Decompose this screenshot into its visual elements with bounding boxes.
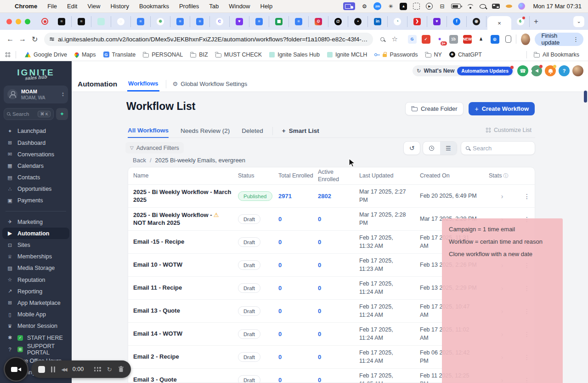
sidebar-item-conversations[interactable]: ✉ Conversations (0, 149, 72, 160)
pinned-tab[interactable]: ≡ (190, 16, 210, 27)
scrollbar-thumb[interactable] (584, 91, 587, 103)
total-enrolled-link[interactable]: 0 (278, 285, 318, 292)
tab-workflows[interactable]: Workflows (127, 76, 159, 91)
total-enrolled-link[interactable]: 0 (278, 239, 318, 246)
reload-button[interactable]: ↻ (29, 32, 40, 46)
total-enrolled-link[interactable]: 0 (278, 308, 318, 314)
whats-new-button[interactable]: ↻ What's New Automation Updates (413, 65, 514, 76)
pinned-tab[interactable] (91, 16, 111, 27)
bookmark-ignite-mclh[interactable]: Ignite MCLH (324, 50, 370, 59)
ai-sparkle-button[interactable]: ✦ (56, 108, 68, 120)
active-enrolled-link[interactable]: 0 (318, 216, 359, 223)
sidebar-search-input[interactable]: Search ⌘ K (4, 108, 54, 120)
menubar-item[interactable]: Edit (67, 3, 77, 10)
active-enrolled-link[interactable]: 0 (318, 262, 359, 269)
pinned-tab[interactable]: in (368, 16, 388, 27)
active-enrolled-link[interactable]: 0 (318, 331, 359, 337)
profile-avatar[interactable] (521, 34, 531, 45)
row-menu-kebab-icon[interactable]: ⋮ (515, 193, 535, 200)
wifi-icon[interactable] (467, 4, 474, 9)
sidebar-item-start-here[interactable]: ✱ ✓ START HERE (0, 332, 72, 343)
sidebar-item-launchpad[interactable]: ✦ Launchpad (0, 126, 72, 137)
breadcrumb-folder[interactable]: 2025 Bi-weekly Emails, evergreen (155, 157, 246, 164)
smart-list-button[interactable]: + Smart List (282, 127, 319, 134)
sidebar-item-mobile-app[interactable]: ▯ Mobile App (0, 309, 72, 320)
blue-circle-ext-icon[interactable]: ◎ (491, 35, 499, 44)
fullscreen-window-button[interactable] (25, 19, 30, 24)
workflow-search-input[interactable]: Search (461, 141, 535, 155)
menubar-item[interactable]: History (110, 3, 129, 10)
sidebar-item-payments[interactable]: ▣ Payments (0, 195, 72, 206)
sticky-note[interactable]: Campaign = 1 time email Workflow = certa… (442, 218, 563, 383)
total-enrolled-link[interactable]: 0 (278, 216, 318, 223)
pinned-tab[interactable]: ◔ (388, 16, 407, 27)
sidebar-item-memberships[interactable]: ♕ Memberships (0, 251, 72, 263)
customize-list-button[interactable]: Customize List (486, 127, 531, 133)
sidebar-item-app-marketplace[interactable]: ⊞ App Marketplace (0, 297, 72, 309)
bookmark-passwords[interactable]: Passwords (371, 50, 421, 59)
celebration-ext-icon[interactable]: ✷ 9+ (435, 35, 444, 44)
pinned-tab[interactable]: ≡ (249, 16, 269, 27)
bookmark-maps[interactable]: Maps (71, 50, 99, 59)
time-view-toggle[interactable] (423, 142, 440, 154)
pinned-tab[interactable]: ≡ (289, 16, 309, 27)
menubar-item[interactable]: Profiles (179, 3, 199, 10)
update-menu-kebab-icon[interactable]: ⋮ (573, 36, 579, 43)
sidebar-item-reputation[interactable]: ☆ Reputation (0, 274, 72, 286)
menubar-item[interactable]: Window (229, 3, 250, 10)
list-tab[interactable]: Deleted (242, 124, 263, 138)
active-enrolled-link[interactable]: 0 (318, 377, 359, 383)
list-view-toggle[interactable]: ☰ (440, 142, 457, 154)
active-enrolled-link[interactable]: 0 (318, 308, 359, 314)
close-tab-icon[interactable]: × (498, 20, 501, 27)
forward-button[interactable]: → (17, 32, 28, 46)
sidebar-item-opportunities[interactable]: ∴ Opportunities (0, 183, 72, 195)
black-app-icon[interactable]: ▲ (400, 3, 407, 10)
spotlight-icon[interactable] (480, 4, 486, 9)
advanced-filters-button[interactable]: ▽ Advanced Filters (125, 142, 184, 154)
stage-manager-icon[interactable]: ⚙ (361, 3, 368, 10)
bookmark-chatgpt[interactable]: ✳ ChatGPT (446, 50, 485, 59)
notifications-button[interactable] (545, 65, 556, 76)
close-window-button[interactable] (6, 19, 12, 24)
menubar-item[interactable]: Chrome (15, 3, 37, 10)
pinned-tab[interactable]: ≡ (52, 16, 72, 27)
screen-mirroring-icon[interactable] (343, 2, 355, 10)
pinned-tab[interactable]: ❯ (407, 16, 427, 27)
sidebar-item-automation[interactable]: ▶ Automation (2, 228, 69, 239)
pinned-tab[interactable]: ◌ (111, 16, 131, 27)
site-settings-icon[interactable] (50, 38, 54, 40)
list-tab[interactable]: Needs Review (2) (181, 124, 230, 138)
sidebar-item-reporting[interactable]: ↗ Reporting (0, 286, 72, 297)
pinned-tab[interactable]: ⊙ (309, 16, 328, 27)
pinned-tab[interactable]: ≡ (72, 16, 91, 27)
pinned-tab[interactable]: ⊕ (151, 16, 170, 27)
new-ext-icon[interactable]: NEW (463, 35, 472, 44)
pinned-tab[interactable]: @ (328, 16, 348, 27)
sidebar-item-media-storage[interactable]: ▨ Media Storage (0, 263, 72, 274)
bookmark-google-drive[interactable]: Google Drive (22, 50, 70, 59)
tab-search-chevron-icon[interactable]: ⌄ (573, 16, 584, 27)
todoist-ext-icon[interactable]: ✓ (422, 35, 430, 44)
pinned-tab[interactable]: ▪ (348, 16, 368, 27)
onetab-ext-icon[interactable]: 1b (449, 35, 458, 44)
redo-recording-icon[interactable]: ↻ (107, 366, 112, 373)
battery-icon[interactable] (451, 4, 461, 9)
menubar-item[interactable]: View (87, 3, 100, 10)
camera-bubble-button[interactable] (4, 357, 28, 382)
automation-updates-badge[interactable]: Automation Updates (457, 67, 513, 75)
bookmark-folder-must-check[interactable]: MUST CHECK (212, 50, 265, 59)
active-enrolled-link[interactable]: 0 (318, 285, 359, 292)
all-bookmarks[interactable]: All Bookmarks (526, 50, 582, 59)
bookmark-ignite-sales-hub[interactable]: Ignite Sales Hub (266, 50, 323, 59)
sidebar-item-mentor-session[interactable]: ♛ Mentor Session (0, 320, 72, 332)
stop-recording-button[interactable] (38, 366, 45, 373)
sidebar-item-calendars[interactable]: ▦ Calendars (0, 160, 72, 171)
bookmark-folder-ny[interactable]: NY (422, 50, 445, 59)
sidebar-item-dashboard[interactable]: ⊞ Dashboard (0, 137, 72, 149)
siri-icon[interactable] (518, 3, 525, 10)
delete-recording-icon[interactable] (118, 366, 124, 372)
create-folder-button[interactable]: Create Folder (405, 102, 464, 115)
global-workflow-settings-link[interactable]: ⚙ Global Workflow Settings (173, 80, 248, 87)
create-workflow-button[interactable]: + Create Workflow (469, 102, 535, 115)
